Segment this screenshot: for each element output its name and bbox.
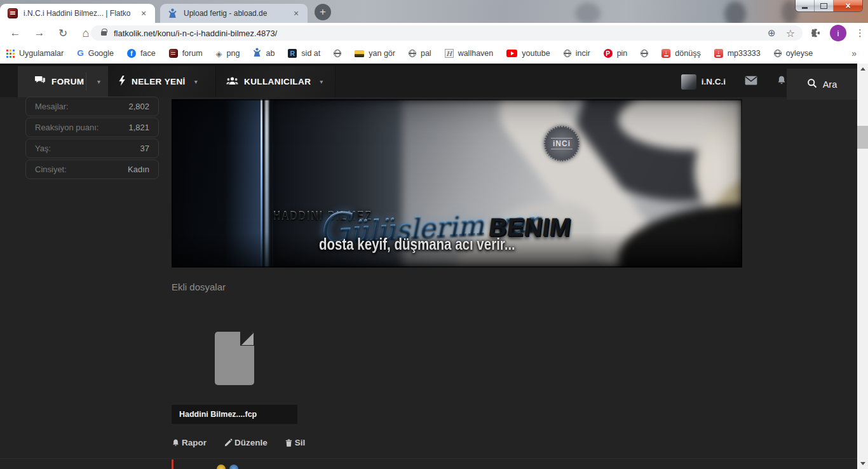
bookmark-apps[interactable]: Uygulamalar — [6, 49, 64, 58]
reaction-emoji[interactable] — [217, 465, 226, 469]
tab-flatkolik[interactable]: i.N.C.i Haddini Bilmez... | Flatkolik — [0, 4, 155, 23]
users-icon — [226, 76, 238, 88]
forum-nav-bar: FORUM NELER YENİ KULLANICILAR i.N.C.i — [0, 66, 857, 97]
address-bar[interactable]: flatkolik.net/konu/i-n-c-i-haddini-bilme… — [91, 25, 803, 41]
restore-button[interactable] — [815, 0, 834, 11]
bookmark-google[interactable]: Google — [77, 49, 114, 58]
download-red-icon — [661, 49, 670, 58]
bookmark-unlabeled[interactable] — [641, 50, 648, 57]
nav-item-forum[interactable]: FORUM — [18, 66, 108, 97]
delete-button[interactable]: Sil — [285, 438, 306, 447]
nav-item-kullanicilar[interactable]: KULLANICILAR — [217, 66, 336, 97]
stat-row-yas: Yaş: 37 — [25, 139, 159, 158]
wallpaper-smudge — [724, 1, 746, 23]
stat-row-reaksiyon: Reaksiyon puanı: 1,821 — [25, 118, 159, 137]
post-divider — [0, 458, 857, 459]
edit-button[interactable]: Düzenle — [224, 438, 268, 447]
abload-favicon-icon — [168, 8, 178, 18]
bookmark-donuss[interactable]: dönüşş — [661, 49, 700, 58]
window-close-button[interactable] — [834, 0, 862, 11]
tab-close-icon[interactable] — [291, 8, 301, 18]
flatkolik-favicon-icon — [8, 8, 18, 18]
vertical-scrollbar[interactable] — [857, 64, 868, 469]
download-red-icon — [714, 49, 723, 58]
chevron-down-icon[interactable] — [320, 78, 323, 85]
forward-icon[interactable]: → — [31, 23, 48, 43]
wallpaper-smudge — [575, 3, 600, 23]
scroll-up-arrow[interactable] — [857, 64, 868, 74]
bookmark-oyleyse[interactable]: oyleyse — [774, 49, 813, 58]
signature-image: iNCi HADDINI BILMEZ Gülüşlerim var BENIM… — [172, 99, 742, 268]
minimize-button[interactable] — [796, 0, 815, 11]
bookmark-yan-gor[interactable]: yan gör — [355, 49, 395, 58]
logged-in-user[interactable]: i.N.C.i — [681, 74, 726, 90]
tab-close-icon[interactable] — [139, 8, 149, 18]
chevron-down-icon[interactable] — [194, 78, 198, 85]
reaction-emoji[interactable] — [229, 465, 238, 469]
tab-strip: i.N.C.i Haddini Bilmez... | Flatkolik Up… — [0, 0, 868, 23]
pinterest-p-icon — [604, 49, 613, 58]
scrollbar-thumb[interactable] — [857, 126, 868, 149]
file-document-icon[interactable] — [215, 332, 254, 385]
menu-kebab-icon[interactable]: ⋮ — [855, 27, 862, 39]
bookmark-mp33333[interactable]: mp33333 — [714, 49, 761, 58]
bookmark-ab[interactable]: ab — [253, 48, 275, 59]
back-icon[interactable]: ← — [6, 23, 24, 43]
bookmark-youtube[interactable]: youtube — [506, 49, 550, 58]
bookmark-wallhaven[interactable]: wallhaven — [445, 49, 494, 58]
search-label: Ara — [823, 79, 837, 90]
post-action-bar: Rapor Düzenle Sil — [172, 438, 305, 447]
nav-item-neler-yeni[interactable]: NELER YENİ — [108, 66, 216, 97]
url-text: flatkolik.net/konu/i-n-c-i-haddini-bilme… — [114, 29, 277, 38]
extensions-puzzle-icon[interactable] — [810, 28, 821, 39]
bookmark-png[interactable]: png — [216, 49, 240, 58]
forum-icon — [169, 49, 178, 58]
bolt-icon — [118, 76, 126, 88]
lock-icon[interactable] — [101, 31, 107, 36]
new-tab-button[interactable] — [315, 4, 331, 20]
bookmark-face[interactable]: face — [127, 49, 156, 58]
bookmarks-bar: Uygulamalar Google face forum png ab sid… — [0, 43, 868, 64]
search-icon — [807, 78, 817, 91]
globe-icon — [641, 50, 648, 57]
attachment-filename[interactable]: Haddini Bilmez....fcp — [172, 405, 297, 424]
profile-avatar[interactable]: i — [830, 25, 846, 41]
bookmark-incir[interactable]: incir — [564, 49, 590, 58]
scroll-down-arrow[interactable] — [857, 458, 868, 469]
bookmark-sid-at[interactable]: sid at — [288, 49, 320, 58]
forum-page: FORUM NELER YENİ KULLANICILAR i.N.C.i — [0, 64, 857, 469]
google-g-icon — [77, 49, 84, 58]
stat-row-mesajlar: Mesajlar: 2,802 — [25, 97, 159, 116]
bookmark-pal[interactable]: pal — [409, 49, 431, 58]
search-button[interactable]: Ara — [787, 69, 857, 100]
username-label: i.N.C.i — [702, 77, 726, 86]
report-button[interactable]: Rapor — [172, 438, 207, 447]
browser-window: i.N.C.i Haddini Bilmez... | Flatkolik Up… — [0, 0, 868, 469]
apps-grid-icon — [6, 50, 15, 58]
bookmarks-overflow-chevron[interactable]: » — [851, 48, 862, 58]
youtube-play-icon — [506, 50, 517, 57]
document-corner-fold — [241, 333, 254, 345]
chevron-down-icon[interactable] — [97, 78, 100, 85]
bookmark-forum[interactable]: forum — [169, 49, 203, 58]
reload-icon[interactable]: ↻ — [54, 23, 72, 43]
comments-icon — [34, 76, 46, 88]
bookmark-pin[interactable]: pin — [604, 49, 628, 58]
tab-title: Upload fertig - abload.de — [184, 9, 267, 18]
tab-title: i.N.C.i Haddini Bilmez... | Flatkolik — [24, 9, 130, 18]
globe-icon — [334, 50, 341, 57]
pencil-icon — [224, 438, 233, 447]
globe-icon — [409, 50, 416, 57]
facebook-icon — [127, 49, 136, 58]
zoom-icon[interactable]: ⊕ — [768, 27, 776, 39]
abload-person-icon — [253, 48, 261, 59]
wallhaven-h-icon — [445, 49, 454, 58]
bell-icon[interactable] — [776, 75, 787, 88]
bookmark-star-icon[interactable]: ☆ — [786, 27, 795, 39]
tab-abload[interactable]: Upload fertig - abload.de — [160, 4, 308, 23]
r-letter-icon — [288, 49, 297, 58]
signature-vignette — [172, 99, 742, 268]
envelope-icon[interactable] — [745, 76, 757, 88]
bookmark-unlabeled[interactable] — [334, 50, 341, 57]
user-avatar[interactable] — [681, 74, 696, 90]
